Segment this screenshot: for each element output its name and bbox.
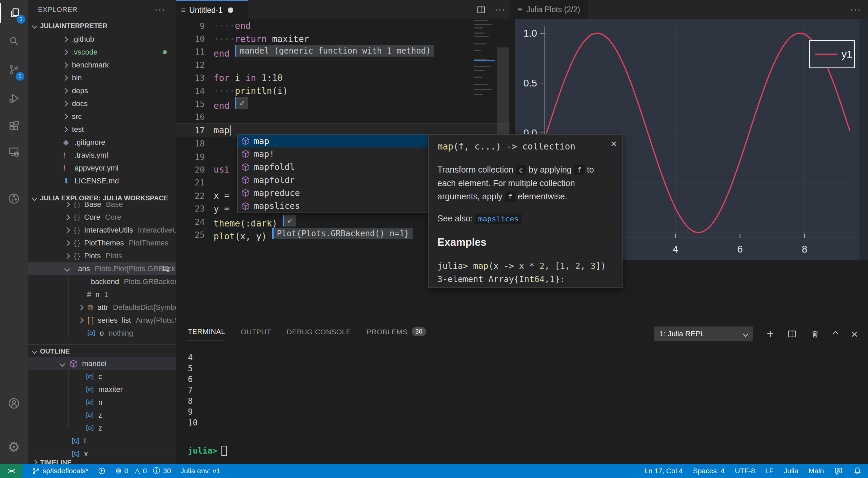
suggest-item-map[interactable]: map <box>238 135 429 147</box>
suggest-item-mapfoldr[interactable]: mapfoldr <box>238 174 429 186</box>
tree-item-file[interactable]: ⬇LICENSE.md <box>28 175 176 187</box>
julia-env-item[interactable]: Julia env: v1 <box>180 467 220 475</box>
close-panel-icon[interactable]: × <box>851 328 858 340</box>
indentation-item[interactable]: Spaces: 4 <box>693 467 725 475</box>
close-icon[interactable]: × <box>611 139 617 149</box>
problems-summary[interactable]: ⊗0 △0 ⓘ30 <box>115 466 171 476</box>
terminal-panel: TERMINAL OUTPUT DEBUG CONSOLE PROBLEMS30… <box>176 323 868 464</box>
outline-item-z[interactable]: z <box>28 422 176 435</box>
split-editor-icon[interactable] <box>476 5 486 15</box>
suggest-item-mapfoldl[interactable]: mapfoldl <box>238 161 429 174</box>
code-line-15[interactable]: 15end✓ <box>176 97 510 110</box>
line-number: 23 <box>176 204 214 214</box>
split-terminal-icon[interactable] <box>787 329 797 339</box>
workspace-item-Base[interactable]: { }BaseBase <box>28 198 176 211</box>
mapslices-link[interactable]: mapslices <box>475 214 521 224</box>
workspace-item-attr[interactable]: ⧉attrDefaultsDict{Symbol, A... <box>28 301 176 314</box>
workspace-item-n[interactable]: #n1 <box>28 288 176 301</box>
code-line-11[interactable]: 11endmandel (generic function with 1 met… <box>176 45 510 58</box>
extensions-icon[interactable] <box>0 116 28 136</box>
feedback-icon[interactable] <box>834 466 843 475</box>
workspace-item-Core[interactable]: { }CoreCore <box>28 211 176 224</box>
item-type: Plots.GRBackend() <box>124 277 176 286</box>
minimap[interactable] <box>473 20 496 115</box>
section-juliainterpreter[interactable]: JULIAINTERPRETER <box>28 19 176 32</box>
tab-untitled-1[interactable]: ≡ Untitled-1 <box>176 0 248 19</box>
search-icon[interactable] <box>0 31 28 52</box>
tree-item-folder[interactable]: benchmark <box>28 59 176 72</box>
workspace-item-InteractiveUtils[interactable]: { }InteractiveUtilsInteractiveUtils <box>28 224 176 237</box>
new-terminal-icon[interactable]: + <box>767 328 774 340</box>
symbol-array-icon: [ ] <box>87 316 94 325</box>
terminal-prompt-row[interactable]: julia> <box>188 446 227 456</box>
tab-julia-plots[interactable]: ≡ Julia Plots (2/2) <box>510 0 588 19</box>
tab-problems[interactable]: PROBLEMS30 <box>367 327 426 340</box>
plots-more-actions-icon[interactable]: ··· <box>850 4 861 15</box>
symbol-module-icon: { } <box>74 239 80 247</box>
tree-item-folder[interactable]: src <box>28 110 176 123</box>
section-outline[interactable]: OUTLINE <box>28 344 176 358</box>
run-debug-icon[interactable] <box>0 88 28 108</box>
suggest-item-mapslices[interactable]: mapslices <box>238 199 429 212</box>
encoding-item[interactable]: UTF-8 <box>735 467 755 475</box>
explorer-icon[interactable]: 1 <box>0 3 29 23</box>
sync-changes-icon[interactable] <box>98 467 106 475</box>
notifications-bell-icon[interactable] <box>853 466 862 475</box>
workspace-item-o[interactable]: onothing <box>28 327 176 340</box>
outline-item-maxiter[interactable]: maxiter <box>28 383 176 396</box>
tree-item-file[interactable]: ◆.gitignore <box>28 136 176 149</box>
tree-item-file[interactable]: !appveyor.yml <box>28 162 176 175</box>
section-timeline[interactable]: TIMELINE <box>28 456 176 464</box>
julia-references-icon[interactable] <box>0 188 28 209</box>
tree-item-folder[interactable]: .vscode <box>28 46 176 59</box>
settings-gear-icon[interactable]: ⚙ <box>0 437 28 457</box>
tree-item-folder[interactable]: test <box>28 123 176 136</box>
code-line-16[interactable]: 16 <box>176 111 510 123</box>
kill-terminal-icon[interactable] <box>810 329 820 339</box>
account-icon[interactable] <box>0 393 28 414</box>
tree-item-folder[interactable]: .github <box>28 33 176 46</box>
code-line-13[interactable]: 13for i in 1:10 <box>176 72 510 84</box>
language-mode-item[interactable]: Julia <box>784 467 798 475</box>
workspace-item-Plots[interactable]: { }PlotsPlots <box>28 250 176 262</box>
terminal-output[interactable]: 45678910 <box>188 352 198 428</box>
workspace-item-ans[interactable]: ansPlots.Plot{Plots.GRBack... <box>28 262 176 275</box>
outline-item-c[interactable]: c <box>28 370 176 383</box>
workspace-item-PlotThemes[interactable]: { }PlotThemesPlotThemes <box>28 237 176 250</box>
outline-item-i[interactable]: i <box>28 435 176 447</box>
sidebar-more-actions-icon[interactable]: ··· <box>155 4 165 15</box>
tree-item-file[interactable]: !.travis.yml <box>28 149 176 162</box>
maximize-panel-icon[interactable] <box>833 331 839 337</box>
item-label: z <box>98 411 102 420</box>
julia-mode-item[interactable]: Main <box>808 467 824 475</box>
tree-item-folder[interactable]: deps <box>28 84 176 97</box>
eol-item[interactable]: LF <box>765 467 774 475</box>
tab-terminal[interactable]: TERMINAL <box>188 327 225 340</box>
open-plot-icon[interactable] <box>162 265 170 273</box>
source-control-icon[interactable]: 1 <box>0 60 28 80</box>
tree-item-folder[interactable]: bin <box>28 72 176 84</box>
tab-debug-console[interactable]: DEBUG CONSOLE <box>287 327 351 340</box>
code-line-12[interactable]: 12 <box>176 58 510 71</box>
code-line-14[interactable]: 14····println(i) <box>176 84 510 97</box>
panel-tabs: TERMINAL OUTPUT DEBUG CONSOLE PROBLEMS30 <box>188 327 426 340</box>
tree-item-folder[interactable]: docs <box>28 97 176 110</box>
git-branch-item[interactable]: sp/isdeflocals* <box>32 467 88 475</box>
remote-indicator[interactable]: >< <box>0 464 22 478</box>
terminal-selector[interactable]: 1: Julia REPL <box>654 326 753 341</box>
code-line-9[interactable]: 9····end <box>176 19 510 32</box>
code-line-10[interactable]: 10····return maxiter <box>176 32 510 45</box>
suggest-item-map![interactable]: map! <box>238 147 429 160</box>
remote-explorer-icon[interactable] <box>0 142 28 162</box>
item-label: InteractiveUtils <box>84 226 133 235</box>
cursor-position-item[interactable]: Ln 17, Col 4 <box>645 467 683 475</box>
dirty-indicator-icon[interactable] <box>228 7 233 13</box>
editor-more-actions-icon[interactable]: ··· <box>495 4 506 15</box>
workspace-item-backend[interactable]: backendPlots.GRBackend() <box>28 275 176 288</box>
suggest-item-mapreduce[interactable]: mapreduce <box>238 186 429 199</box>
workspace-item-series_list[interactable]: [ ]series_listArray{Plots.Seri... <box>28 314 176 327</box>
outline-item-z[interactable]: z <box>28 409 176 422</box>
outline-item-mandel[interactable]: mandel <box>28 357 176 370</box>
tab-output[interactable]: OUTPUT <box>241 327 271 340</box>
outline-item-n[interactable]: n <box>28 396 176 409</box>
